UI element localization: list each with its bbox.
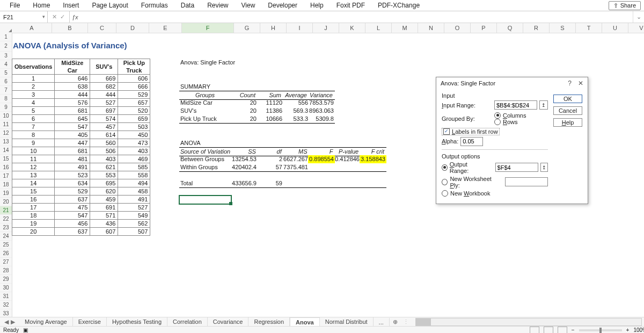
- name-box[interactable]: F21 ▾: [0, 11, 48, 23]
- row-header[interactable]: 19: [0, 189, 12, 198]
- sheet-nav-prev-icon[interactable]: ◀: [4, 318, 9, 325]
- ribbon-tab-page-layout[interactable]: Page Layout: [85, 0, 134, 11]
- row-header[interactable]: 10: [0, 112, 12, 120]
- cell[interactable]: 420402.4: [231, 163, 258, 171]
- expand-formula-bar-icon[interactable]: ⌄: [633, 11, 644, 23]
- cancel-formula-icon[interactable]: ✕: [52, 13, 57, 20]
- ok-button[interactable]: OK: [553, 95, 582, 103]
- cell[interactable]: 6627.267: [282, 155, 309, 163]
- range-picker-icon[interactable]: ↥: [539, 100, 548, 110]
- cell[interactable]: 10666: [257, 115, 283, 123]
- column-header[interactable]: S: [550, 23, 576, 33]
- ribbon-tab-developer[interactable]: Developer: [261, 0, 304, 11]
- horizontal-scrollbar[interactable]: [415, 318, 642, 326]
- cell[interactable]: 11386: [257, 107, 283, 115]
- view-normal-button[interactable]: [530, 327, 539, 333]
- sheet-tab[interactable]: Normal Distribut: [320, 317, 374, 327]
- zoom-in-button[interactable]: +: [626, 327, 630, 333]
- zoom-slider[interactable]: [579, 329, 622, 331]
- column-header[interactable]: Q: [497, 23, 523, 33]
- confirm-formula-icon[interactable]: ✓: [60, 13, 65, 20]
- column-header[interactable]: R: [523, 23, 550, 33]
- row-header[interactable]: 6: [0, 77, 12, 86]
- cell[interactable]: 3.158843: [360, 155, 386, 163]
- cell[interactable]: 13254.53: [231, 155, 258, 163]
- row-header[interactable]: 24: [0, 232, 12, 241]
- cell[interactable]: 7375.481: [282, 163, 309, 171]
- sheet-tab[interactable]: Correlation: [167, 317, 208, 327]
- row-header[interactable]: 4: [0, 60, 12, 69]
- cell[interactable]: SUV's: [179, 107, 232, 115]
- column-header[interactable]: U: [602, 23, 628, 33]
- cell[interactable]: 533.3: [282, 115, 309, 123]
- worksheet-grid[interactable]: ◢ ABCDEFGHIJKLMNOPQRSTUV 123456789101112…: [0, 23, 644, 320]
- input-range-field[interactable]: [494, 100, 537, 110]
- cell[interactable]: 433656.9: [231, 179, 258, 187]
- sheet-nav-next-icon[interactable]: ▶: [11, 318, 15, 325]
- sheet-tab[interactable]: Regression: [248, 317, 290, 327]
- ribbon-tab-help[interactable]: Help: [304, 0, 330, 11]
- row-header[interactable]: 20: [0, 198, 12, 206]
- dialog-titlebar[interactable]: Anova: Single Factor ? ✕: [436, 77, 588, 89]
- cell[interactable]: 5309.8: [308, 115, 335, 123]
- row-header[interactable]: 18: [0, 180, 12, 189]
- help-icon[interactable]: ?: [568, 79, 572, 87]
- cell[interactable]: Within Groups: [179, 163, 232, 171]
- view-page-break-button[interactable]: [558, 327, 567, 333]
- column-header[interactable]: K: [339, 23, 365, 33]
- row-header[interactable]: 23: [0, 223, 12, 232]
- ribbon-tab-review[interactable]: Review: [201, 0, 235, 11]
- ribbon-tab-view[interactable]: View: [235, 0, 262, 11]
- row-header[interactable]: 29: [0, 275, 12, 284]
- formula-input[interactable]: [80, 11, 633, 23]
- chevron-down-icon[interactable]: ▾: [42, 14, 45, 19]
- row-header[interactable]: 9: [0, 103, 12, 112]
- help-button[interactable]: Help: [553, 118, 582, 127]
- row-header[interactable]: 28: [0, 266, 12, 275]
- row-header[interactable]: 3: [0, 52, 12, 60]
- column-headers[interactable]: ABCDEFGHIJKLMNOPQRSTUV: [12, 23, 644, 33]
- output-range-field[interactable]: [495, 163, 538, 172]
- cell[interactable]: Anova: Single Factor: [179, 59, 283, 67]
- cell[interactable]: 0.412846: [334, 155, 361, 163]
- row-header[interactable]: 30: [0, 284, 12, 292]
- row-header[interactable]: 12: [0, 129, 12, 137]
- zoom-level[interactable]: 100%: [633, 327, 644, 333]
- column-header[interactable]: C: [88, 23, 116, 33]
- cell[interactable]: 59: [257, 179, 283, 187]
- row-header[interactable]: 5: [0, 69, 12, 77]
- cell[interactable]: 20: [231, 99, 258, 107]
- row-header[interactable]: 32: [0, 301, 12, 309]
- ribbon-tab-formulas[interactable]: Formulas: [135, 0, 174, 11]
- column-header[interactable]: F: [182, 23, 234, 33]
- sheet-tab[interactable]: Exercise: [73, 317, 107, 327]
- ribbon-tab-foxit-pdf[interactable]: Foxit PDF: [330, 0, 371, 11]
- column-header[interactable]: O: [444, 23, 471, 33]
- row-header[interactable]: 11: [0, 120, 12, 129]
- cell[interactable]: 0.898554: [308, 155, 335, 163]
- output-range-picker-icon[interactable]: ↥: [540, 163, 548, 172]
- cell[interactable]: 20: [231, 115, 258, 123]
- column-header[interactable]: T: [576, 23, 602, 33]
- ribbon-tab-pdf-xchange[interactable]: PDF-XChange: [371, 0, 426, 11]
- cell[interactable]: 11120: [257, 99, 283, 107]
- column-header[interactable]: N: [418, 23, 444, 33]
- share-button[interactable]: ⇪ Share: [609, 1, 641, 10]
- cell[interactable]: ANOVA: [179, 139, 232, 147]
- row-header[interactable]: 13: [0, 137, 12, 146]
- grouped-columns-radio[interactable]: Columns: [494, 112, 526, 119]
- ribbon-tab-file[interactable]: File: [3, 0, 26, 11]
- cell[interactable]: 57: [257, 163, 283, 171]
- ribbon-tab-data[interactable]: Data: [174, 0, 201, 11]
- row-header[interactable]: 8: [0, 95, 12, 103]
- row-header[interactable]: 2: [0, 41, 12, 52]
- cell[interactable]: 20: [231, 107, 258, 115]
- cell[interactable]: MidSize Car: [179, 99, 232, 107]
- cell[interactable]: 2: [257, 155, 283, 163]
- row-header[interactable]: 17: [0, 172, 12, 180]
- column-header[interactable]: D: [116, 23, 149, 33]
- ribbon-tab-home[interactable]: Home: [26, 0, 56, 11]
- cell[interactable]: Between Groups: [179, 155, 232, 163]
- row-header[interactable]: 14: [0, 146, 12, 155]
- fx-icon[interactable]: ƒx: [70, 11, 80, 23]
